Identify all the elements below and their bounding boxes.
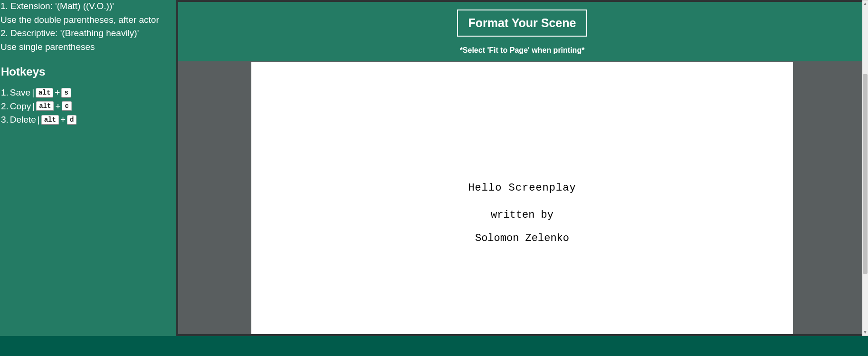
hotkey-plus: + — [55, 87, 60, 99]
format-scene-button[interactable]: Format Your Scene — [457, 10, 588, 37]
footer-bar — [0, 336, 868, 356]
page-area: Hello Screenplay written by Solomon Zele… — [178, 61, 866, 334]
hotkey-row-copy: 2. Copy | alt + c — [1, 100, 172, 113]
kbd-alt: alt — [36, 101, 54, 111]
scroll-up-icon[interactable]: ▲ — [862, 0, 868, 7]
hotkey-pipe: | — [32, 100, 35, 113]
sidebar-text-descriptive-desc: Use single parentheses — [0, 41, 172, 54]
sidebar-text-extension-example: 1. Extension: '(Matt) ((V.O.))' — [0, 0, 172, 13]
screenplay-written-by: written by — [251, 209, 793, 221]
hotkey-row-delete: 3. Delete | alt + d — [1, 114, 172, 126]
scroll-down-icon[interactable]: ▼ — [862, 329, 868, 336]
kbd-key: d — [67, 115, 76, 125]
hotkey-plus: + — [55, 100, 60, 113]
hotkey-index: 3. — [1, 114, 9, 126]
kbd-alt: alt — [41, 115, 59, 125]
hotkeys-heading: Hotkeys — [1, 64, 172, 80]
hotkey-index: 1. — [1, 87, 9, 99]
vertical-scrollbar[interactable]: ▲ ▼ — [862, 0, 868, 336]
hotkey-label: Copy — [10, 100, 31, 113]
screenplay-title: Hello Screenplay — [251, 182, 793, 194]
toolbar: Format Your Scene *Select 'Fit to Page' … — [178, 2, 866, 61]
screenplay-author: Solomon Zelenko — [251, 232, 793, 244]
kbd-key: c — [62, 101, 71, 111]
kbd-alt: alt — [36, 88, 53, 98]
hotkey-label: Delete — [10, 114, 36, 126]
hotkey-pipe: | — [32, 87, 34, 99]
scroll-thumb[interactable] — [863, 74, 868, 274]
hotkey-plus: + — [60, 114, 66, 126]
sidebar: 1. Extension: '(Matt) ((V.O.))' Use the … — [0, 0, 176, 336]
screenplay-page: Hello Screenplay written by Solomon Zele… — [251, 62, 793, 334]
kbd-key: s — [61, 88, 71, 98]
hotkey-label: Save — [10, 87, 30, 99]
hotkey-pipe: | — [38, 114, 40, 126]
sidebar-text-descriptive-example: 2. Descriptive: '(Breathing heavily)' — [0, 27, 172, 40]
sidebar-text-extension-desc: Use the double parentheses, after actor — [0, 14, 172, 27]
main-panel: Format Your Scene *Select 'Fit to Page' … — [176, 0, 868, 336]
hotkey-row-save: 1. Save | alt + s — [1, 87, 172, 99]
print-note: *Select 'Fit to Page' when printing* — [178, 46, 866, 55]
hotkey-index: 2. — [1, 100, 9, 113]
